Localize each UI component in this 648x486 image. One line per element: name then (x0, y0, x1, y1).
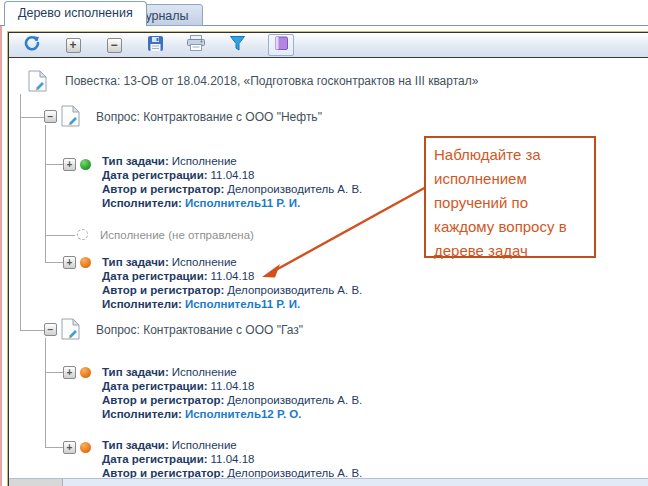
print-icon (187, 35, 205, 55)
execution-tree-window: Дерево исполнения Журналы + − (0, 0, 648, 486)
print-button[interactable] (186, 35, 206, 55)
task-date-value: 11.04.18 (211, 169, 255, 181)
scrollbar-thumb[interactable] (9, 479, 63, 486)
collapse-all-button[interactable]: − (104, 35, 124, 55)
expand-all-button[interactable]: + (63, 35, 83, 55)
main-panel: + − (7, 31, 648, 486)
tree-connector (45, 372, 63, 373)
legend-toggle-button[interactable] (268, 34, 294, 56)
task-status-orange-icon (80, 442, 91, 453)
task-type-label: Тип задачи: (102, 256, 169, 268)
tree-connector (45, 338, 46, 447)
task-executors-label: Исполнители: (102, 298, 182, 310)
horizontal-scrollbar[interactable] (9, 478, 648, 486)
task-node[interactable]: Тип задачи:Исполнение Дата регистрации:1… (102, 255, 362, 311)
tree-connector (20, 94, 21, 330)
executor-link[interactable]: Исполнитель12 Р. О. (185, 408, 302, 420)
task-status-empty-icon (77, 229, 88, 240)
task-node[interactable]: Тип задачи:Исполнение Дата регистрации:1… (102, 365, 362, 421)
task-author-label: Автор и регистратор: (102, 394, 224, 406)
task-type-label: Тип задачи: (102, 439, 169, 451)
refresh-button[interactable] (22, 35, 42, 55)
task-date-value: 11.04.18 (211, 453, 255, 465)
status-node-label[interactable]: Исполнение (не отправлена) (100, 228, 254, 242)
executor-link[interactable]: Исполнитель11 Р. И. (185, 197, 300, 209)
filter-button[interactable] (227, 35, 247, 55)
tree-connector (45, 447, 63, 448)
tree-connector (20, 330, 44, 331)
task-status-green-icon (80, 159, 91, 170)
window-left-border (0, 23, 2, 486)
toolbar: + − (9, 33, 648, 58)
task-type-value: Исполнение (172, 439, 237, 451)
save-button[interactable] (145, 35, 165, 55)
question-node-label[interactable]: Вопрос: Контрактование с ООО "Нефть" (96, 110, 322, 125)
tab-bar: Дерево исполнения Журналы (0, 0, 648, 26)
task-date-value: 11.04.18 (211, 380, 255, 392)
expand-node-button[interactable]: + (63, 256, 76, 269)
task-type-value: Исполнение (172, 366, 237, 378)
tab-execution-tree[interactable]: Дерево исполнения (4, 1, 147, 26)
agenda-node-label[interactable]: Повестка: 13-ОВ от 18.04.2018, «Подготов… (65, 74, 478, 89)
tree-connector (45, 164, 63, 165)
tree-connector (45, 262, 63, 263)
execution-tree: Повестка: 13-ОВ от 18.04.2018, «Подготов… (9, 58, 648, 486)
task-date-label: Дата регистрации: (102, 380, 208, 392)
tree-connector (45, 125, 46, 262)
legend-book-icon (273, 35, 289, 55)
task-type-value: Исполнение (172, 256, 237, 268)
task-date-label: Дата регистрации: (102, 453, 208, 465)
question-node-label[interactable]: Вопрос: Контрактование с ООО "Газ" (96, 323, 303, 338)
task-type-label: Тип задачи: (102, 155, 169, 167)
collapse-node-button[interactable]: − (44, 110, 57, 123)
expand-node-button[interactable]: + (63, 158, 76, 171)
annotation-callout: Наблюдайте за исполнением поручений по к… (424, 136, 596, 258)
task-executors-label: Исполнители: (102, 408, 182, 420)
task-type-label: Тип задачи: (102, 366, 169, 378)
task-node[interactable]: Тип задачи:Исполнение Дата регистрации:1… (102, 154, 362, 210)
task-author-label: Автор и регистратор: (102, 183, 224, 195)
task-author-label: Автор и регистратор: (102, 284, 224, 296)
collapse-all-icon: − (107, 38, 122, 53)
task-status-orange-icon (80, 257, 91, 268)
document-icon (61, 105, 81, 127)
refresh-icon (24, 35, 40, 55)
expand-all-icon: + (66, 38, 81, 53)
task-author-value: Делопроизводитель А. В. (227, 284, 362, 296)
task-type-value: Исполнение (172, 155, 237, 167)
task-executors-label: Исполнители: (102, 197, 182, 209)
tree-connector (45, 235, 75, 236)
task-author-value: Делопроизводитель А. В. (227, 183, 362, 195)
expand-node-button[interactable]: + (63, 441, 76, 454)
tree-connector (20, 117, 44, 118)
task-date-value: 11.04.18 (211, 270, 255, 282)
collapse-node-button[interactable]: − (44, 323, 57, 336)
document-icon (61, 318, 81, 340)
task-date-label: Дата регистрации: (102, 169, 208, 181)
document-icon (28, 70, 48, 92)
executor-link[interactable]: Исполнитель11 Р. И. (185, 298, 300, 310)
task-date-label: Дата регистрации: (102, 270, 208, 282)
expand-node-button[interactable]: + (63, 366, 76, 379)
task-author-value: Делопроизводитель А. В. (227, 394, 362, 406)
filter-icon (230, 36, 245, 55)
task-status-orange-icon (80, 367, 91, 378)
save-icon (148, 36, 163, 55)
